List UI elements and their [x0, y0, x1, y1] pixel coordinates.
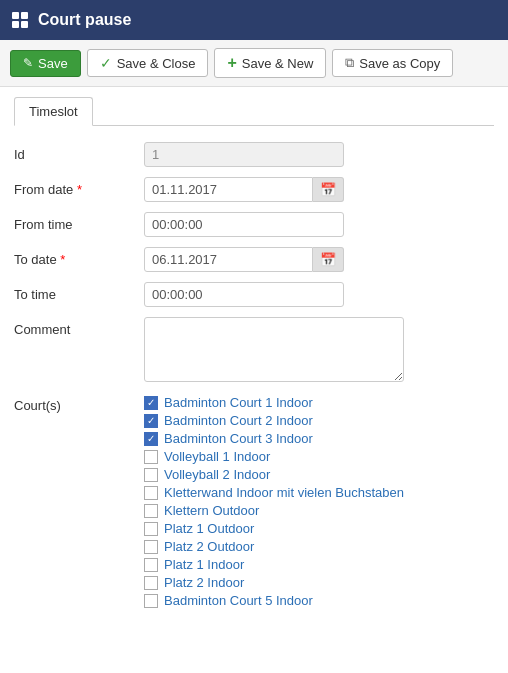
from-time-label: From time [14, 212, 144, 232]
from-date-field: 📅 [144, 177, 494, 202]
list-item: Platz 1 Outdoor [144, 521, 404, 536]
comment-field [144, 317, 494, 385]
list-item: Kletterwand Indoor mit vielen Buchstaben [144, 485, 404, 500]
courts-list: Badminton Court 1 IndoorBadminton Court … [144, 395, 404, 608]
court-checkbox[interactable] [144, 396, 158, 410]
tabs: Timeslot [14, 97, 494, 126]
id-field [144, 142, 494, 167]
to-date-calendar-button[interactable]: 📅 [313, 247, 344, 272]
to-time-field [144, 282, 494, 307]
tab-timeslot[interactable]: Timeslot [14, 97, 93, 126]
required-marker-to: * [60, 252, 65, 267]
court-checkbox[interactable] [144, 576, 158, 590]
list-item: Badminton Court 3 Indoor [144, 431, 404, 446]
court-checkbox[interactable] [144, 540, 158, 554]
court-checkbox[interactable] [144, 522, 158, 536]
court-name[interactable]: Badminton Court 1 Indoor [164, 395, 313, 410]
save-close-button[interactable]: ✓ Save & Close [87, 49, 209, 77]
court-name[interactable]: Platz 1 Indoor [164, 557, 244, 572]
plus-icon: + [227, 54, 236, 72]
from-date-label: From date * [14, 177, 144, 197]
court-name[interactable]: Klettern Outdoor [164, 503, 259, 518]
calendar-icon-to: 📅 [320, 252, 336, 267]
from-time-field [144, 212, 494, 237]
to-time-row: To time [14, 282, 494, 307]
comment-textarea[interactable] [144, 317, 404, 382]
to-date-input[interactable] [144, 247, 313, 272]
from-date-wrapper: 📅 [144, 177, 344, 202]
toolbar: ✎ Save ✓ Save & Close + Save & New ⧉ Sav… [0, 40, 508, 87]
to-date-field: 📅 [144, 247, 494, 272]
save-icon: ✎ [23, 56, 33, 70]
page-title: Court pause [38, 11, 131, 29]
court-name[interactable]: Volleyball 1 Indoor [164, 449, 270, 464]
list-item: Platz 2 Outdoor [144, 539, 404, 554]
calendar-icon: 📅 [320, 182, 336, 197]
save-button[interactable]: ✎ Save [10, 50, 81, 77]
id-input [144, 142, 344, 167]
court-name[interactable]: Badminton Court 2 Indoor [164, 413, 313, 428]
from-date-calendar-button[interactable]: 📅 [313, 177, 344, 202]
court-name[interactable]: Platz 1 Outdoor [164, 521, 254, 536]
copy-icon: ⧉ [345, 55, 354, 71]
id-row: Id [14, 142, 494, 167]
comment-row: Comment [14, 317, 494, 385]
list-item: Badminton Court 5 Indoor [144, 593, 404, 608]
list-item: Badminton Court 1 Indoor [144, 395, 404, 410]
save-as-copy-button[interactable]: ⧉ Save as Copy [332, 49, 453, 77]
form: Id From date * 📅 From time [14, 142, 494, 608]
court-name[interactable]: Badminton Court 3 Indoor [164, 431, 313, 446]
to-date-wrapper: 📅 [144, 247, 344, 272]
to-time-input[interactable] [144, 282, 344, 307]
court-checkbox[interactable] [144, 450, 158, 464]
court-name[interactable]: Kletterwand Indoor mit vielen Buchstaben [164, 485, 404, 500]
list-item: Volleyball 1 Indoor [144, 449, 404, 464]
content-area: Timeslot Id From date * 📅 [0, 87, 508, 628]
comment-label: Comment [14, 317, 144, 337]
to-date-row: To date * 📅 [14, 247, 494, 272]
from-time-row: From time [14, 212, 494, 237]
title-bar: Court pause [0, 0, 508, 40]
court-checkbox[interactable] [144, 504, 158, 518]
from-date-row: From date * 📅 [14, 177, 494, 202]
court-name[interactable]: Platz 2 Outdoor [164, 539, 254, 554]
from-time-input[interactable] [144, 212, 344, 237]
to-date-label: To date * [14, 247, 144, 267]
app-icon [12, 12, 28, 28]
id-label: Id [14, 142, 144, 162]
save-new-button[interactable]: + Save & New [214, 48, 326, 78]
court-checkbox[interactable] [144, 432, 158, 446]
court-name[interactable]: Badminton Court 5 Indoor [164, 593, 313, 608]
courts-row: Court(s) Badminton Court 1 IndoorBadmint… [14, 395, 494, 608]
required-marker: * [77, 182, 82, 197]
courts-label: Court(s) [14, 395, 144, 413]
court-checkbox[interactable] [144, 594, 158, 608]
court-name[interactable]: Platz 2 Indoor [164, 575, 244, 590]
check-icon: ✓ [100, 55, 112, 71]
list-item: Volleyball 2 Indoor [144, 467, 404, 482]
to-time-label: To time [14, 282, 144, 302]
court-checkbox[interactable] [144, 414, 158, 428]
court-checkbox[interactable] [144, 486, 158, 500]
court-checkbox[interactable] [144, 468, 158, 482]
list-item: Klettern Outdoor [144, 503, 404, 518]
list-item: Platz 2 Indoor [144, 575, 404, 590]
list-item: Platz 1 Indoor [144, 557, 404, 572]
from-date-input[interactable] [144, 177, 313, 202]
court-checkbox[interactable] [144, 558, 158, 572]
court-name[interactable]: Volleyball 2 Indoor [164, 467, 270, 482]
list-item: Badminton Court 2 Indoor [144, 413, 404, 428]
